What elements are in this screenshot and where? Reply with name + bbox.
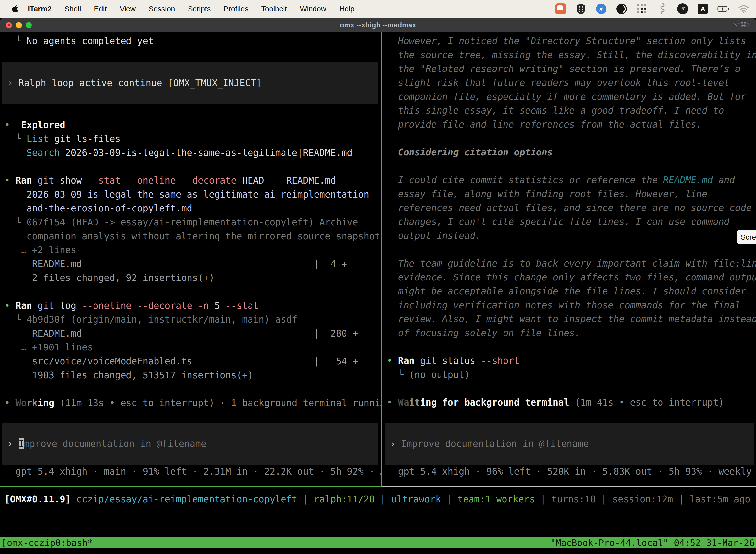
right-prompt-text: › Improve documentation in @filename	[385, 437, 589, 451]
terminal-line: companion analysis without altering the …	[0, 229, 381, 243]
terminal-line: the "Related research writing" section i…	[382, 62, 756, 76]
terminal-line: provide file and line references from th…	[382, 118, 756, 131]
terminal-line: • Ran git status --short	[382, 354, 756, 368]
wifi-icon[interactable]	[738, 3, 750, 15]
minimize-window-button[interactable]	[16, 22, 22, 28]
terminal-line: • Ran git show --stat --oneline --decora…	[0, 174, 381, 188]
terminal-line: of focusing solely on file lines.	[382, 326, 756, 340]
menu-item-toolbelt[interactable]: Toolbelt	[261, 5, 287, 13]
terminal-line	[0, 104, 381, 118]
terminal-line: companion file, especially if more comme…	[382, 90, 756, 104]
terminal-line	[382, 340, 756, 354]
terminal-line	[0, 285, 381, 299]
menu-status-icons: ..61 A	[555, 3, 750, 15]
terminal-line: … +1901 lines	[0, 340, 381, 354]
right-prompt-input[interactable]: › Improve documentation in @filename	[385, 423, 754, 465]
terminal-line: changes, I can't cite specific file line…	[382, 215, 756, 229]
terminal-line: • Ran git log --oneline --decorate -n 5 …	[0, 299, 381, 313]
tmux-status-bar: [omx-cczip0:bash* "MacBook-Pro-44.local"…	[0, 537, 756, 548]
terminal-line: output instead.	[382, 229, 756, 243]
menu-item-scripts[interactable]: Scripts	[188, 5, 211, 13]
window-title: omx --xhigh --madmax	[340, 21, 417, 29]
left-model-status: gpt-5.4 xhigh · main · 91% left · 2.31M …	[0, 465, 381, 479]
dots-grid-icon[interactable]	[636, 3, 648, 15]
pane-split-divider[interactable]	[381, 32, 382, 488]
left-prompt-input[interactable]: › Improve documentation in @filename	[2, 423, 378, 465]
terminal-line: Search 2026-03-09-is-legal-the-same-as-l…	[0, 146, 381, 160]
terminal-line: The team guideline is to back every impo…	[382, 257, 756, 271]
close-window-button[interactable]	[6, 22, 12, 28]
terminal-line: README.md | 4 +	[0, 257, 381, 271]
battery-icon[interactable]	[717, 3, 729, 15]
terminal-line: slight risk that future readers may over…	[382, 76, 756, 90]
window-shortcut-badge: ⌥⌘1	[733, 18, 751, 32]
right-pane-output: However, I noticed the "Directory Struct…	[382, 34, 756, 409]
left-prompt-text: › Improve documentation in @filename	[2, 437, 206, 451]
menu-item-help[interactable]: Help	[339, 5, 355, 13]
screen-share-flyout[interactable]: Scre	[737, 230, 756, 244]
chat-app-icon[interactable]	[555, 3, 567, 15]
menu-items: iTerm2ShellEditViewSessionScriptsProfile…	[28, 5, 355, 13]
terminal-line	[382, 131, 756, 146]
zoom-window-button[interactable]	[26, 22, 32, 28]
terminal-line: src/voice/voiceModeEnabled.ts | 54 +	[0, 354, 381, 368]
terminal-line	[0, 48, 381, 62]
terminal-line	[382, 382, 756, 396]
tmux-host-clock: "MacBook-Pro-44.local" 04:52 31-Mar-26	[550, 538, 755, 548]
terminal-line: evidence. Since this change only affects…	[382, 271, 756, 284]
terminal-line: this single essay, it seems like a good …	[382, 104, 756, 118]
right-model-status: gpt-5.4 xhigh · 96% left · 520K in · 5.8…	[382, 465, 756, 479]
squiggle-icon[interactable]	[656, 3, 668, 15]
menu-item-edit[interactable]: Edit	[94, 5, 107, 13]
terminal-line: … +2 lines	[0, 243, 381, 257]
tmux-session-window[interactable]: [omx-cczip0:bash*	[1, 538, 93, 548]
terminal-line: └ No agents completed yet	[0, 34, 381, 48]
terminal-line: including verification notes with those …	[382, 298, 756, 312]
omx-session-status: [OMX#0.11.9] cczip/essay/ai-reimplementa…	[0, 492, 756, 506]
terminal-line	[0, 160, 381, 174]
terminal-line: However, I noticed the "Directory Struct…	[382, 34, 756, 48]
left-pane-output: └ No agents completed yet › Ralph loop a…	[0, 34, 381, 410]
keyboard-a-icon[interactable]: A	[697, 3, 709, 15]
terminal-line: └ 067f154 (HEAD -> essay/ai-reimplementa…	[0, 215, 381, 229]
dark-disc-icon[interactable]	[616, 3, 628, 15]
terminal-line: 2 files changed, 92 insertions(+)	[0, 271, 381, 285]
terminal-line: essay file, along with finding root file…	[382, 187, 756, 201]
terminal-line: └ List git ls-files	[0, 132, 381, 146]
window-title-bar: omx --xhigh --madmax ⌥⌘1	[0, 18, 756, 32]
terminal-line: 1903 files changed, 513517 insertions(+)	[0, 368, 381, 382]
blue-badge-icon[interactable]	[595, 3, 607, 15]
terminal-line: might be acceptable alongside the file l…	[382, 284, 756, 298]
macos-menu-bar: iTerm2ShellEditViewSessionScriptsProfile…	[0, 0, 756, 18]
terminal-line	[382, 159, 756, 173]
terminal-line: └ 4b9d30f (origin/main, instructkr/main,…	[0, 313, 381, 327]
terminal-line: the source tree, missing the essay. Stil…	[382, 48, 756, 62]
terminal-line: • Working (11m 13s • esc to interrupt) ·…	[0, 396, 381, 410]
terminal-line: review. Also, I might want to inspect th…	[382, 312, 756, 326]
apple-menu-icon[interactable]	[11, 5, 19, 13]
menu-item-view[interactable]: View	[120, 5, 136, 13]
bottom-divider-right	[382, 486, 756, 488]
terminal-line: and-the-erosion-of-copyleft.md	[0, 202, 381, 215]
menu-item-shell[interactable]: Shell	[64, 5, 81, 13]
terminal-line: README.md | 280 +	[0, 327, 381, 340]
menu-item-session[interactable]: Session	[148, 5, 175, 13]
terminal-line	[382, 243, 756, 257]
terminal-line: references need actual files, and since …	[382, 201, 756, 215]
shield-icon[interactable]	[575, 3, 587, 15]
terminal-line: 2026-03-09-is-legal-the-same-as-legitima…	[0, 188, 381, 202]
terminal-line: • Explored	[0, 118, 381, 132]
menu-item-profiles[interactable]: Profiles	[224, 5, 248, 13]
menu-item-window[interactable]: Window	[300, 5, 326, 13]
menu-item-iterm2[interactable]: iTerm2	[28, 5, 52, 13]
terminal-line: I could cite commit statistics or refere…	[382, 173, 756, 187]
terminal-line: └ (no output)	[382, 368, 756, 382]
right-terminal-pane[interactable]: However, I noticed the "Directory Struct…	[382, 32, 756, 486]
inline-panel: › Ralph loop active continue [OMX_TMUX_I…	[2, 62, 378, 104]
terminal-line: • Waiting for background terminal (1m 41…	[382, 396, 756, 409]
bottom-divider-left	[0, 486, 381, 488]
terminal-line: Considering citation options	[382, 146, 756, 159]
terminal-line	[0, 382, 381, 396]
badge-61-icon[interactable]: ..61	[677, 3, 689, 15]
left-terminal-pane[interactable]: └ No agents completed yet › Ralph loop a…	[0, 32, 381, 486]
